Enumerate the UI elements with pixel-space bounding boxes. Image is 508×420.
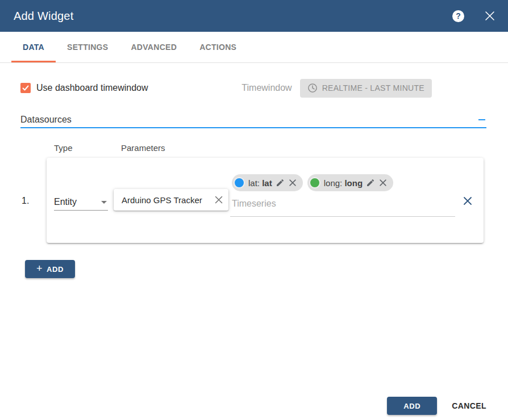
datasources-section: Datasources: [20, 112, 486, 128]
timeseries-key-chips: lat: lat long: long: [232, 174, 393, 191]
remove-key-icon[interactable]: [378, 178, 388, 187]
tab-data[interactable]: DATA: [11, 32, 56, 62]
timeseries-input[interactable]: Timeseries: [232, 199, 276, 209]
timewindow-button[interactable]: REALTIME - LAST MINUTE: [300, 79, 432, 98]
add-datasource-label: ADD: [47, 265, 64, 274]
column-header-type: Type: [54, 143, 73, 153]
key-chip-lat[interactable]: lat: lat: [232, 174, 303, 191]
use-dashboard-timewindow-checkbox[interactable]: [20, 83, 31, 93]
add-widget-dialog: Add Widget ? DATA SETTINGS ADVANCED ACTI…: [0, 0, 508, 420]
tab-settings[interactable]: SETTINGS: [56, 32, 119, 62]
add-datasource-button[interactable]: + ADD: [25, 260, 75, 278]
key-color-dot: [309, 177, 320, 188]
datasource-row-index: 1.: [22, 196, 29, 206]
remove-datasource-icon[interactable]: [462, 195, 473, 207]
edit-key-icon[interactable]: [276, 178, 285, 187]
key-chip-long[interactable]: long: long: [307, 174, 393, 191]
use-dashboard-timewindow-label: Use dashboard timewindow: [36, 83, 148, 93]
clear-entity-icon[interactable]: [214, 195, 224, 205]
timewindow-row: Use dashboard timewindow Timewindow REAL…: [20, 78, 486, 98]
edit-key-icon[interactable]: [366, 178, 375, 187]
chevron-down-icon: [101, 201, 107, 204]
key-chip-label: long: long: [324, 178, 363, 188]
key-chip-label: lat: lat: [248, 178, 272, 188]
help-icon[interactable]: ?: [452, 10, 464, 22]
tab-actions[interactable]: ACTIONS: [188, 32, 248, 62]
datasource-type-value: Entity: [54, 197, 77, 207]
close-icon[interactable]: [483, 9, 497, 23]
entity-autocomplete-input[interactable]: Arduino GPS Tracker: [114, 189, 228, 211]
dialog-header: Add Widget ?: [0, 0, 508, 32]
add-widget-button[interactable]: ADD: [387, 397, 437, 415]
datasources-title: Datasources: [20, 115, 478, 125]
dialog-footer: ADD CANCEL: [387, 397, 489, 415]
column-header-parameters: Parameters: [121, 143, 165, 153]
collapse-minus-icon[interactable]: [478, 119, 485, 120]
key-color-dot: [234, 177, 245, 188]
timewindow-label: Timewindow: [241, 83, 292, 93]
dialog-title: Add Widget: [14, 10, 452, 23]
remove-key-icon[interactable]: [288, 178, 297, 187]
timeseries-underline: [230, 216, 455, 217]
tab-bar: DATA SETTINGS ADVANCED ACTIONS: [0, 32, 508, 63]
datasource-type-select[interactable]: Entity: [54, 194, 108, 211]
timewindow-button-label: REALTIME - LAST MINUTE: [322, 83, 424, 93]
cancel-button[interactable]: CANCEL: [449, 397, 489, 415]
entity-value: Arduino GPS Tracker: [122, 195, 214, 205]
tab-advanced[interactable]: ADVANCED: [119, 32, 188, 62]
check-icon: [22, 84, 30, 92]
clock-icon: [307, 83, 318, 93]
datasource-card: Entity Arduino GPS Tracker lat: lat: [47, 158, 484, 243]
plus-icon: +: [36, 263, 43, 274]
